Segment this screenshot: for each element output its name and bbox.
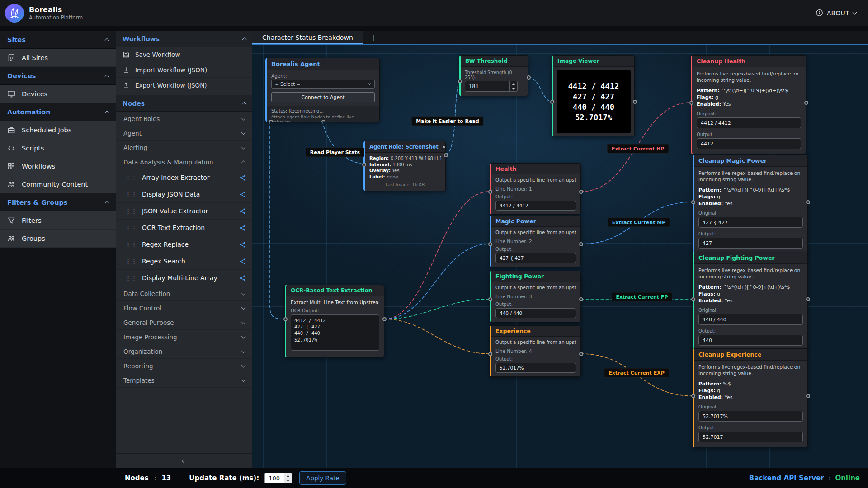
ocr-output-textarea[interactable]: 4412 / 4412 427 { 427 440 / 440 52.7017% bbox=[291, 314, 379, 351]
node-item-json-value-extractor[interactable]: ⋮⋮ JSON Value Extractor bbox=[116, 203, 252, 220]
sidebar-item-workflows[interactable]: Workflows bbox=[0, 157, 116, 175]
input-port[interactable] bbox=[362, 163, 366, 167]
original-input[interactable] bbox=[698, 217, 803, 228]
edge-agent-to-ocr[interactable] bbox=[270, 121, 285, 319]
sidebar-section-automation[interactable]: Automation bbox=[0, 103, 116, 121]
output-port[interactable] bbox=[269, 120, 273, 122]
node-cleanup-experience[interactable]: Cleanup Experience Performs live regex-b… bbox=[693, 348, 808, 447]
share-icon[interactable] bbox=[239, 174, 246, 181]
export-workflow-button[interactable]: Export Workflow (JSON) bbox=[116, 78, 252, 93]
edge-label-read-player-stats[interactable]: Read Player Stats bbox=[306, 148, 364, 157]
update-rate-input[interactable] bbox=[265, 473, 284, 483]
node-magic-power[interactable]: Magic Power Output a specific line from … bbox=[490, 216, 581, 267]
category-image-processing[interactable]: Image Processing bbox=[116, 330, 252, 344]
input-port[interactable] bbox=[691, 200, 695, 204]
share-icon[interactable] bbox=[239, 225, 246, 231]
output-port[interactable] bbox=[806, 394, 810, 398]
node-cleanup-magic-power[interactable]: Cleanup Magic Power Performs live regex-… bbox=[693, 155, 808, 253]
output-port[interactable] bbox=[382, 317, 387, 321]
output-input[interactable] bbox=[495, 308, 576, 318]
import-workflow-button[interactable]: Import Workflow (JSON) bbox=[116, 62, 252, 78]
share-icon[interactable] bbox=[239, 208, 246, 215]
node-bw-threshold[interactable]: BW Threshold Threshold Strength (0–255): bbox=[459, 55, 528, 96]
nodes-section-header[interactable]: Nodes bbox=[116, 95, 252, 112]
original-input[interactable] bbox=[698, 411, 803, 422]
sidebar-item-scripts[interactable]: Scripts bbox=[0, 139, 116, 157]
edge-agent-to-agent-role[interactable] bbox=[322, 121, 363, 164]
apply-rate-button[interactable]: Apply Rate bbox=[299, 471, 346, 485]
node-cleanup-health[interactable]: Cleanup Health Performs live regex-based… bbox=[691, 55, 806, 154]
about-menu[interactable]: ABOUT bbox=[816, 9, 856, 17]
spin-down-icon[interactable] bbox=[510, 86, 517, 91]
edge-label-extract-current-fp[interactable]: Extract Current FP bbox=[611, 292, 672, 302]
add-tab-button[interactable]: + bbox=[363, 31, 384, 44]
output-input[interactable] bbox=[495, 363, 576, 373]
category-agent[interactable]: Agent bbox=[116, 126, 252, 141]
share-icon[interactable] bbox=[239, 241, 246, 248]
spin-down-icon[interactable] bbox=[284, 478, 292, 483]
share-icon[interactable] bbox=[239, 275, 246, 282]
drag-handle-icon[interactable]: ⋮⋮ bbox=[125, 225, 137, 231]
tab-character-status-breakdown[interactable]: Character Status Breakdown bbox=[252, 31, 363, 44]
input-port[interactable] bbox=[689, 101, 693, 105]
edge-label-extract-current-mp[interactable]: Extract Current MP bbox=[608, 218, 670, 227]
drag-handle-icon[interactable]: ⋮⋮ bbox=[125, 242, 137, 248]
sidebar-section-devices[interactable]: Devices bbox=[0, 67, 116, 85]
connect-to-agent-button[interactable]: Connect to Agent bbox=[271, 92, 375, 102]
output-port[interactable] bbox=[444, 153, 448, 157]
input-port[interactable] bbox=[488, 242, 492, 246]
sidebar-item-devices[interactable]: Devices bbox=[0, 85, 116, 103]
input-port[interactable] bbox=[488, 352, 492, 356]
node-item-display-json-data[interactable]: ⋮⋮ Display JSON Data bbox=[116, 186, 252, 203]
input-port[interactable] bbox=[691, 297, 695, 301]
edge-ocr-to-magic-power[interactable] bbox=[384, 244, 490, 319]
output-port[interactable] bbox=[579, 190, 583, 194]
drag-handle-icon[interactable]: ⋮⋮ bbox=[125, 175, 137, 181]
output-port[interactable] bbox=[804, 101, 808, 105]
spin-up-icon[interactable] bbox=[510, 81, 517, 86]
category-agent-roles[interactable]: Agent Roles bbox=[116, 112, 252, 126]
output-port[interactable] bbox=[633, 100, 637, 104]
sidebar-item-scheduled-jobs[interactable]: Scheduled Jobs bbox=[0, 121, 116, 139]
category-flow-control[interactable]: Flow Control bbox=[116, 301, 252, 315]
output-input[interactable] bbox=[495, 201, 576, 211]
category-data-analysis[interactable]: Data Analysis & Manipulation bbox=[116, 155, 252, 169]
sidebar-section-filters-groups[interactable]: Filters & Groups bbox=[0, 193, 116, 211]
save-workflow-button[interactable]: Save Workflow bbox=[116, 47, 252, 62]
original-input[interactable] bbox=[698, 314, 803, 325]
category-general-purpose[interactable]: General Purpose bbox=[116, 315, 252, 330]
output-port[interactable] bbox=[579, 242, 583, 246]
sidebar-section-sites[interactable]: Sites bbox=[0, 31, 116, 49]
node-agent-role-screenshot[interactable]: Agent Role: Screenshot Region: X:200 Y:4… bbox=[363, 141, 446, 191]
agent-select[interactable]: -- Select -- bbox=[271, 80, 375, 89]
node-experience[interactable]: Experience Output a specific line from a… bbox=[490, 325, 581, 377]
input-port[interactable] bbox=[488, 297, 492, 301]
output-input[interactable] bbox=[698, 238, 803, 249]
workflows-section-header[interactable]: Workflows bbox=[116, 31, 252, 47]
output-input[interactable] bbox=[495, 253, 576, 263]
node-item-display-multi-line-array[interactable]: ⋮⋮ Display Multi-Line Array bbox=[116, 270, 252, 286]
sidebar-item-community-content[interactable]: Community Content bbox=[0, 175, 116, 193]
node-item-array-index-extractor[interactable]: ⋮⋮ Array Index Extractor bbox=[116, 169, 252, 186]
input-port[interactable] bbox=[283, 317, 288, 321]
share-icon[interactable] bbox=[239, 258, 246, 265]
share-icon[interactable] bbox=[239, 191, 246, 198]
drag-handle-icon[interactable]: ⋮⋮ bbox=[125, 192, 137, 197]
node-cleanup-fighting-power[interactable]: Cleanup Fighting Power Performs live reg… bbox=[693, 252, 808, 351]
category-reporting[interactable]: Reporting bbox=[116, 359, 252, 373]
node-item-regex-search[interactable]: ⋮⋮ Regex Search bbox=[116, 253, 252, 270]
output-input[interactable] bbox=[698, 335, 803, 346]
output-port[interactable] bbox=[527, 75, 531, 80]
share-icon[interactable] bbox=[442, 144, 445, 150]
input-port[interactable] bbox=[550, 100, 554, 104]
collapse-sidebar-button[interactable] bbox=[116, 453, 252, 468]
category-organization[interactable]: Organization bbox=[116, 344, 252, 359]
sidebar-item-all-sites[interactable]: All Sites bbox=[0, 49, 116, 67]
node-image-viewer[interactable]: Image Viewer 4412 / 4412 427 / 427 440 /… bbox=[552, 55, 635, 136]
output-port[interactable] bbox=[806, 200, 810, 204]
category-data-collection[interactable]: Data Collection bbox=[116, 286, 252, 301]
node-item-regex-replace[interactable]: ⋮⋮ Regex Replace bbox=[116, 236, 252, 253]
output-port[interactable] bbox=[579, 352, 583, 356]
sidebar-item-filters[interactable]: Filters bbox=[0, 211, 116, 230]
drag-handle-icon[interactable]: ⋮⋮ bbox=[125, 258, 137, 264]
